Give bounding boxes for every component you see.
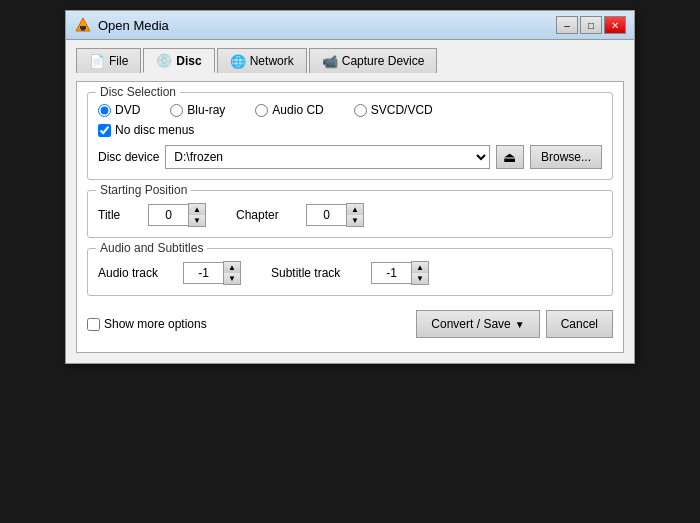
- subtitle-track-input[interactable]: [371, 262, 411, 284]
- no-menus-checkbox[interactable]: [98, 124, 111, 137]
- bottom-buttons: Convert / Save ▼ Cancel: [416, 310, 613, 338]
- audio-row: Audio track ▲ ▼ Subtitle track: [98, 261, 602, 285]
- dialog-body: 📄 File 💿 Disc 🌐 Network 📹 Capture Device: [66, 40, 634, 363]
- open-media-dialog: Open Media – □ ✕ 📄 File 💿 Disc: [65, 10, 635, 364]
- disc-selection-label: Disc Selection: [96, 85, 180, 99]
- show-more-row[interactable]: Show more options: [87, 317, 207, 331]
- audiocd-option[interactable]: Audio CD: [255, 103, 323, 117]
- dialog-title: Open Media: [98, 18, 169, 33]
- bluray-option[interactable]: Blu-ray: [170, 103, 225, 117]
- tab-network[interactable]: 🌐 Network: [217, 48, 307, 73]
- title-input[interactable]: [148, 204, 188, 226]
- svcd-label: SVCD/VCD: [371, 103, 433, 117]
- position-row: Title ▲ ▼ Chapter ▲: [98, 203, 602, 227]
- device-row: Disc device D:\frozen ⏏ Browse...: [98, 145, 602, 169]
- disc-selection-group: Disc Selection DVD Blu-ray Audio CD: [87, 92, 613, 180]
- capture-icon: 📹: [322, 54, 338, 69]
- chapter-spinner: ▲ ▼: [306, 203, 364, 227]
- svcd-option[interactable]: SVCD/VCD: [354, 103, 433, 117]
- close-button[interactable]: ✕: [604, 16, 626, 34]
- svcd-radio[interactable]: [354, 104, 367, 117]
- title-spin-down[interactable]: ▼: [189, 215, 205, 226]
- audiocd-radio[interactable]: [255, 104, 268, 117]
- svg-rect-1: [80, 26, 86, 29]
- browse-button[interactable]: Browse...: [530, 145, 602, 169]
- device-dropdown[interactable]: D:\frozen: [165, 145, 490, 169]
- audio-subtitles-group: Audio and Subtitles Audio track ▲ ▼ Subt…: [87, 248, 613, 296]
- maximize-button[interactable]: □: [580, 16, 602, 34]
- audio-track-input[interactable]: [183, 262, 223, 284]
- tab-file-label: File: [109, 54, 128, 68]
- svg-rect-2: [81, 29, 85, 31]
- subtitle-track-label: Subtitle track: [271, 266, 361, 280]
- dvd-option[interactable]: DVD: [98, 103, 140, 117]
- show-more-label: Show more options: [104, 317, 207, 331]
- chapter-spinner-btns: ▲ ▼: [346, 203, 364, 227]
- tab-content: Disc Selection DVD Blu-ray Audio CD: [76, 81, 624, 353]
- tab-capture[interactable]: 📹 Capture Device: [309, 48, 438, 73]
- tab-disc[interactable]: 💿 Disc: [143, 48, 214, 73]
- convert-save-label: Convert / Save: [431, 317, 510, 331]
- minimize-button[interactable]: –: [556, 16, 578, 34]
- no-menus-row[interactable]: No disc menus: [98, 123, 602, 137]
- subtitle-spinner: ▲ ▼: [371, 261, 429, 285]
- network-icon: 🌐: [230, 54, 246, 69]
- tab-bar: 📄 File 💿 Disc 🌐 Network 📹 Capture Device: [76, 48, 624, 73]
- dvd-label: DVD: [115, 103, 140, 117]
- starting-position-label: Starting Position: [96, 183, 191, 197]
- subtitle-spin-down[interactable]: ▼: [412, 273, 428, 284]
- tab-network-label: Network: [250, 54, 294, 68]
- disc-type-row: DVD Blu-ray Audio CD SVCD/VCD: [98, 103, 602, 117]
- disc-icon: 💿: [156, 53, 172, 68]
- chapter-spin-down[interactable]: ▼: [347, 215, 363, 226]
- title-spin-up[interactable]: ▲: [189, 204, 205, 215]
- subtitle-spinner-btns: ▲ ▼: [411, 261, 429, 285]
- title-spinner: ▲ ▼: [148, 203, 206, 227]
- titlebar-left: Open Media: [74, 16, 169, 34]
- audio-spinner-btns: ▲ ▼: [223, 261, 241, 285]
- device-label: Disc device: [98, 150, 159, 164]
- titlebar: Open Media – □ ✕: [66, 11, 634, 40]
- show-more-checkbox[interactable]: [87, 318, 100, 331]
- convert-save-button[interactable]: Convert / Save ▼: [416, 310, 539, 338]
- titlebar-buttons: – □ ✕: [556, 16, 626, 34]
- no-menus-label: No disc menus: [115, 123, 194, 137]
- bluray-radio[interactable]: [170, 104, 183, 117]
- tab-capture-label: Capture Device: [342, 54, 425, 68]
- chapter-label: Chapter: [236, 208, 296, 222]
- audio-spin-up[interactable]: ▲: [224, 262, 240, 273]
- audio-spinner: ▲ ▼: [183, 261, 241, 285]
- audio-track-label: Audio track: [98, 266, 173, 280]
- bluray-label: Blu-ray: [187, 103, 225, 117]
- vlc-icon: [74, 16, 92, 34]
- file-icon: 📄: [89, 54, 105, 69]
- tab-disc-label: Disc: [176, 54, 201, 68]
- title-spinner-btns: ▲ ▼: [188, 203, 206, 227]
- chapter-spin-up[interactable]: ▲: [347, 204, 363, 215]
- convert-arrow-icon: ▼: [515, 319, 525, 330]
- bottom-area: Show more options Convert / Save ▼ Cance…: [87, 306, 613, 342]
- chapter-input[interactable]: [306, 204, 346, 226]
- tab-file[interactable]: 📄 File: [76, 48, 141, 73]
- eject-button[interactable]: ⏏: [496, 145, 524, 169]
- audiocd-label: Audio CD: [272, 103, 323, 117]
- eject-icon: ⏏: [503, 149, 516, 165]
- dvd-radio[interactable]: [98, 104, 111, 117]
- cancel-button[interactable]: Cancel: [546, 310, 613, 338]
- starting-position-group: Starting Position Title ▲ ▼ Chapter: [87, 190, 613, 238]
- audio-subtitles-label: Audio and Subtitles: [96, 241, 207, 255]
- audio-spin-down[interactable]: ▼: [224, 273, 240, 284]
- subtitle-spin-up[interactable]: ▲: [412, 262, 428, 273]
- title-label: Title: [98, 208, 138, 222]
